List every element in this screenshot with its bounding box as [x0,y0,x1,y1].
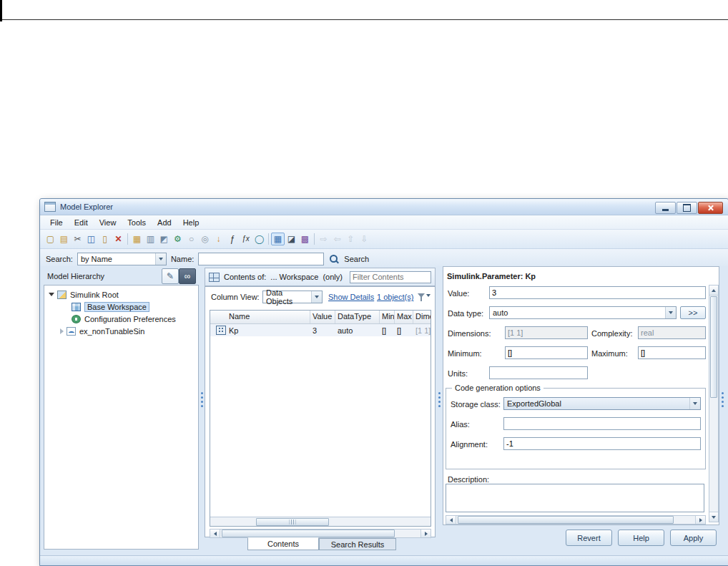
scrollbar-thumb[interactable] [222,530,395,537]
data-type-value: auto [493,308,508,317]
search-run-label[interactable]: Search [344,255,369,263]
add-lookup-table-icon[interactable]: ◩ [157,233,171,245]
tab-contents[interactable]: Contents [247,537,319,550]
units-label: Units: [448,369,468,378]
add-data-store-icon[interactable]: ↓ [212,233,225,245]
menu-view[interactable]: View [94,217,122,228]
tree-item-base-workspace[interactable]: Base Workspace [44,301,198,313]
contents-only-toggle[interactable]: (only) [323,273,343,281]
filter-options-button[interactable] [418,293,431,298]
column-header-max[interactable]: Max [395,311,413,323]
cut-icon[interactable]: ✂ [71,233,84,245]
contents-pane-icon [209,273,220,282]
move-up-icon[interactable]: ⇧ [344,233,358,245]
add-enumeration-icon[interactable]: ◯ [252,233,266,245]
export-icon[interactable]: ⇨ [317,233,330,245]
maximize-button[interactable] [677,202,697,214]
left-splitter-handle[interactable] [201,392,203,394]
description-label: Description: [448,475,489,484]
search-name-input[interactable] [198,253,324,265]
search-mode-combo[interactable]: by Name [77,253,167,265]
maximize-icon [683,204,691,212]
scroll-right-button[interactable] [695,516,705,524]
menu-edit[interactable]: Edit [69,217,94,228]
add-simulink-function-icon[interactable]: ƒ [225,233,239,245]
move-down-icon[interactable]: ⇩ [358,233,371,245]
column-view-icon[interactable]: ▦ [271,233,285,245]
tree-item-configuration-preferences[interactable]: Configuration Preferences [44,313,198,325]
data-type-assistant-button[interactable]: >> [680,306,706,319]
units-input[interactable] [489,366,588,379]
scroll-down-button[interactable] [709,512,718,522]
layout-icon[interactable]: ▩ [298,233,312,245]
right-splitter-handle[interactable] [438,392,441,394]
dialog-pane-icon[interactable]: ◪ [285,233,298,245]
storage-class-combo[interactable]: ExportedGlobal [503,397,701,410]
scroll-right-button[interactable] [420,530,431,537]
scrollbar-thumb[interactable] [458,516,674,524]
column-header-value[interactable]: Value [310,311,335,323]
scroll-left-button[interactable] [446,516,456,524]
column-header-dimensions[interactable]: Dimen [413,311,431,323]
add-signal-icon[interactable]: ▥ [144,233,157,245]
paste-icon[interactable]: ▯ [98,233,112,245]
cell-dimensions: [1 1] [413,324,431,336]
tree-item-simulink-root[interactable]: Simulink Root [44,288,198,301]
configuration-preferences-icon [72,315,81,323]
expander-closed-icon[interactable] [60,328,64,334]
table-horizontal-scrollbar[interactable] [210,517,431,526]
add-matlab-function-icon[interactable]: ƒx [239,233,252,245]
minimize-button[interactable] [655,202,676,214]
scroll-left-button[interactable] [210,530,220,537]
edge-splitter-handle[interactable] [722,392,724,394]
add-configuration-icon[interactable]: ⚙ [171,233,185,245]
toolbar-separator [314,233,315,245]
scrollbar-thumb[interactable] [256,518,329,526]
tree-item-ex-nontunablesin[interactable]: ex_nonTunableSin [44,325,198,337]
search-run-icon[interactable] [328,253,340,265]
alias-input[interactable] [503,417,701,430]
column-view-combo[interactable]: Data Objects [262,291,323,303]
scrollbar-thumb[interactable] [710,296,717,398]
maximum-input[interactable] [638,346,706,359]
column-header-min[interactable]: Min [380,311,395,323]
add-event-icon[interactable]: ○ [185,233,198,245]
menu-help[interactable]: Help [177,217,205,228]
scroll-up-button[interactable] [709,286,718,296]
menu-file[interactable]: File [44,217,69,228]
combo-arrow-icon [689,398,700,409]
tab-search-results[interactable]: Search Results [319,538,396,550]
edit-hierarchy-button[interactable]: ✎ [162,268,179,284]
open-model-icon[interactable]: ▤ [57,233,71,245]
dialog-view-button[interactable]: ∞ [179,268,196,284]
new-model-icon[interactable]: ▢ [44,233,57,245]
minimum-input[interactable] [505,346,588,359]
page: { "window": { "title": "Model Explorer" … [0,0,728,566]
import-icon[interactable]: ⇦ [330,233,344,245]
data-type-combo[interactable]: auto [489,306,677,319]
add-target-icon[interactable]: ◎ [198,233,212,245]
delete-icon[interactable]: ✕ [112,233,125,245]
value-input[interactable] [489,286,706,299]
column-header-name[interactable]: Name [210,311,310,323]
column-header-datatype[interactable]: DataType [335,311,380,323]
description-textarea[interactable] [446,484,704,512]
copy-icon[interactable]: ◫ [84,233,98,245]
alignment-input[interactable] [503,437,701,450]
revert-button[interactable]: Revert [566,530,612,546]
titlebar[interactable]: Model Explorer [40,199,728,215]
contents-horizontal-scrollbar[interactable] [210,529,431,538]
show-details-link[interactable]: Show Details [328,293,374,301]
dialog-vertical-scrollbar[interactable] [709,285,719,522]
object-count-link[interactable]: 1 object(s) [377,293,413,301]
menu-tools[interactable]: Tools [122,217,152,228]
expander-open-icon[interactable] [49,293,54,296]
apply-button[interactable]: Apply [670,530,717,546]
menu-add[interactable]: Add [152,217,177,228]
table-row[interactable]: Kp 3 auto [] [] [1 1] [210,324,431,336]
close-button[interactable] [698,202,723,214]
filter-contents-input[interactable] [350,271,431,283]
help-button[interactable]: Help [618,530,664,546]
add-parameter-icon[interactable]: ▦ [130,233,144,245]
dialog-horizontal-scrollbar[interactable] [446,515,706,524]
